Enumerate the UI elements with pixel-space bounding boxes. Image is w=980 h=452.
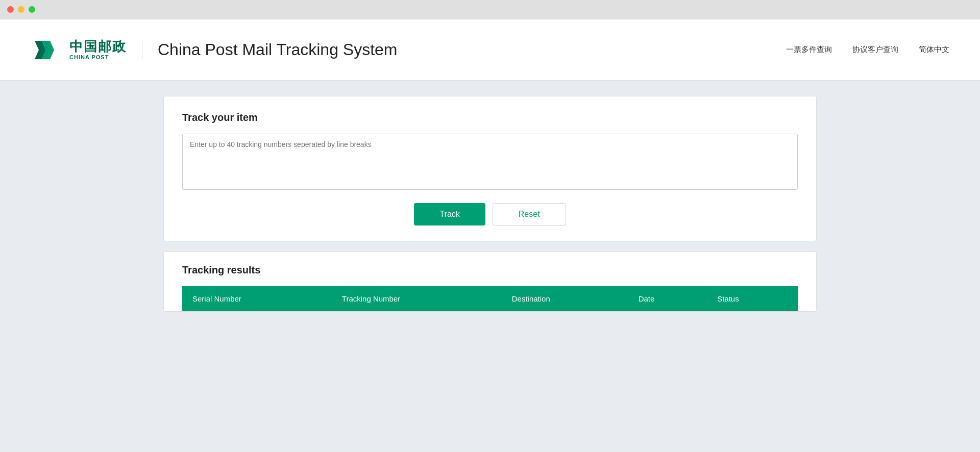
nav-item-multi-query[interactable]: 一票多件查询 bbox=[786, 45, 832, 55]
track-card: Track your item Track Reset bbox=[163, 96, 817, 241]
col-date: Date bbox=[628, 286, 707, 311]
results-card: Tracking results Serial Number Tracking … bbox=[163, 252, 817, 312]
track-button[interactable]: Track bbox=[414, 203, 485, 225]
window-chrome bbox=[0, 0, 980, 19]
results-table: Serial Number Tracking Number Destinatio… bbox=[182, 286, 798, 311]
logo-english: CHINA POST bbox=[69, 54, 109, 60]
track-card-title: Track your item bbox=[182, 112, 798, 123]
site-title: China Post Mail Tracking System bbox=[142, 40, 398, 59]
logo-area: 中国邮政 CHINA POST bbox=[31, 35, 127, 65]
page-content: Track your item Track Reset Tracking res… bbox=[0, 81, 980, 327]
button-row: Track Reset bbox=[182, 203, 798, 225]
nav-links: 一票多件查询 协议客户查询 简体中文 bbox=[786, 45, 949, 55]
col-serial-number: Serial Number bbox=[182, 286, 332, 311]
traffic-light-red[interactable] bbox=[7, 6, 14, 13]
col-destination: Destination bbox=[502, 286, 628, 311]
reset-button[interactable]: Reset bbox=[493, 203, 566, 225]
logo-icon bbox=[31, 35, 61, 65]
header: 中国邮政 CHINA POST China Post Mail Tracking… bbox=[0, 19, 980, 81]
col-tracking-number: Tracking Number bbox=[332, 286, 502, 311]
nav-item-customer-query[interactable]: 协议客户查询 bbox=[852, 45, 898, 55]
table-header: Serial Number Tracking Number Destinatio… bbox=[182, 286, 798, 311]
col-status: Status bbox=[707, 286, 798, 311]
logo-chinese: 中国邮政 bbox=[69, 39, 127, 54]
nav-item-language[interactable]: 简体中文 bbox=[919, 45, 949, 55]
logo-text: 中国邮政 CHINA POST bbox=[69, 39, 127, 60]
traffic-light-green[interactable] bbox=[29, 6, 35, 13]
traffic-light-yellow[interactable] bbox=[18, 6, 24, 13]
results-title: Tracking results bbox=[182, 264, 798, 276]
tracking-numbers-input[interactable] bbox=[182, 134, 798, 190]
table-header-row: Serial Number Tracking Number Destinatio… bbox=[182, 286, 798, 311]
